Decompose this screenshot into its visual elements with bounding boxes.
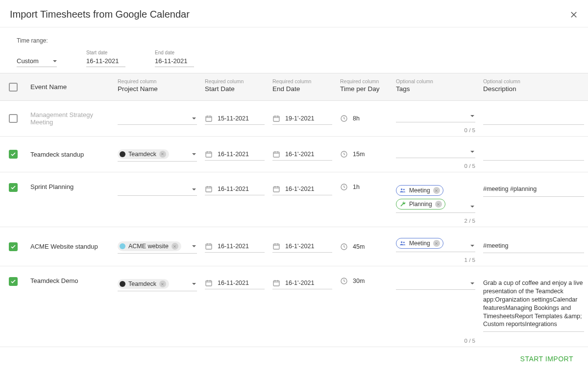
svg-rect-1 bbox=[273, 116, 279, 121]
end-date-field[interactable]: 16-1'-2021 bbox=[272, 148, 332, 161]
tags-select[interactable] bbox=[396, 277, 475, 290]
clock-icon bbox=[340, 150, 348, 158]
chevron-down-icon bbox=[470, 115, 474, 117]
event-name: Management Strategy Meeting bbox=[30, 111, 110, 126]
chevron-down-icon bbox=[470, 282, 474, 284]
svg-rect-16 bbox=[206, 281, 212, 286]
project-chip: Teamdeck bbox=[118, 279, 169, 289]
svg-rect-17 bbox=[273, 281, 279, 286]
select-all-checkbox[interactable] bbox=[9, 83, 18, 92]
row-checkbox[interactable] bbox=[9, 150, 18, 159]
people-icon bbox=[399, 240, 406, 247]
col-desc: Description bbox=[483, 85, 516, 93]
event-name: ACME Website standup bbox=[30, 243, 110, 250]
tags-select[interactable] bbox=[396, 110, 475, 122]
clock-icon bbox=[340, 115, 348, 122]
calendar-icon bbox=[272, 150, 280, 158]
project-select[interactable] bbox=[118, 183, 197, 196]
description-field[interactable]: #meeting bbox=[483, 240, 584, 254]
col-time: Time per Day bbox=[340, 85, 380, 93]
tag-chip: Meeting bbox=[396, 238, 443, 249]
remove-icon[interactable] bbox=[159, 281, 166, 287]
time-per-day-field[interactable]: 15m bbox=[340, 150, 388, 158]
start-date-field[interactable]: 16-11-2021 bbox=[205, 277, 265, 289]
end-date-field[interactable]: 16-1'-2021 bbox=[272, 277, 332, 289]
col-sub: Required column bbox=[118, 78, 197, 84]
tags-select[interactable]: Meeting bbox=[396, 236, 475, 252]
start-date-field[interactable]: 16-11-2021 bbox=[205, 148, 265, 161]
col-sub: Required column bbox=[205, 78, 265, 84]
row-checkbox[interactable] bbox=[9, 277, 18, 286]
project-chip: Teamdeck bbox=[118, 149, 169, 159]
close-icon[interactable] bbox=[569, 10, 578, 19]
chevron-down-icon bbox=[192, 188, 196, 190]
tag-counter: 2 / 5 bbox=[465, 218, 475, 224]
tags-select[interactable]: MeetingPlanning bbox=[396, 183, 475, 213]
col-event-name: Event Name bbox=[30, 83, 67, 91]
project-select[interactable]: ACME website bbox=[118, 239, 197, 254]
table-row: Teamdeck standupTeamdeck16-11-202116-1'-… bbox=[0, 137, 588, 172]
remove-icon[interactable] bbox=[172, 243, 178, 250]
description-field[interactable]: Grab a cup of coffee and enjoy a live pr… bbox=[483, 277, 584, 332]
event-name: Sprint Planning bbox=[30, 183, 110, 190]
col-sub: Required column bbox=[272, 78, 332, 84]
time-per-day-field[interactable]: 45m bbox=[340, 243, 388, 251]
row-checkbox[interactable] bbox=[9, 242, 18, 251]
tags-select[interactable] bbox=[396, 145, 475, 158]
end-date-input[interactable]: 16-11-2021 bbox=[155, 57, 194, 67]
time-range-mode-select[interactable]: Custom bbox=[17, 57, 57, 67]
svg-rect-7 bbox=[273, 187, 279, 192]
project-select[interactable]: Teamdeck bbox=[118, 277, 197, 291]
start-date-field[interactable]: 15-11-2021 bbox=[205, 113, 265, 125]
table-row: Management Strategy Meeting15-11-202119-… bbox=[0, 101, 588, 137]
chevron-down-icon bbox=[192, 117, 196, 119]
calendar-icon bbox=[205, 150, 213, 158]
start-date-label: Start date bbox=[86, 50, 125, 55]
chevron-down-icon bbox=[470, 245, 474, 247]
project-chip: ACME website bbox=[118, 241, 181, 251]
col-sub: Optional column bbox=[396, 78, 475, 84]
svg-rect-3 bbox=[206, 152, 212, 157]
remove-icon[interactable] bbox=[433, 240, 440, 247]
project-select[interactable]: Teamdeck bbox=[118, 147, 197, 162]
svg-point-9 bbox=[401, 188, 403, 190]
svg-rect-12 bbox=[273, 244, 279, 249]
people-icon bbox=[399, 187, 406, 194]
description-field[interactable] bbox=[483, 112, 584, 125]
table-row: ACME Website standupACME website16-11-20… bbox=[0, 227, 588, 266]
remove-icon[interactable] bbox=[433, 187, 440, 194]
chevron-down-icon bbox=[192, 245, 196, 247]
remove-icon[interactable] bbox=[435, 201, 442, 208]
end-date-field[interactable]: 19-1'-2021 bbox=[272, 113, 332, 125]
row-checkbox[interactable] bbox=[9, 114, 18, 123]
time-per-day-field[interactable]: 30m bbox=[340, 277, 388, 285]
col-sub: Required column bbox=[340, 78, 388, 84]
chevron-down-icon bbox=[53, 60, 57, 62]
time-range-mode-value: Custom bbox=[17, 57, 39, 65]
start-date-input[interactable]: 16-11-2021 bbox=[86, 57, 125, 67]
time-per-day-field[interactable]: 1h bbox=[340, 183, 388, 191]
description-field[interactable] bbox=[483, 148, 584, 161]
svg-rect-11 bbox=[206, 244, 212, 249]
svg-rect-6 bbox=[206, 187, 212, 192]
project-select[interactable] bbox=[118, 112, 197, 125]
start-date-field[interactable]: 16-11-2021 bbox=[205, 240, 265, 253]
row-checkbox[interactable] bbox=[9, 183, 18, 192]
end-date-field[interactable]: 16-1'-2021 bbox=[272, 183, 332, 195]
modal-title: Import Timesheets from Google Calendar bbox=[10, 9, 190, 20]
description-field[interactable]: #meeting #planning bbox=[483, 183, 584, 197]
chevron-down-icon bbox=[192, 153, 196, 155]
start-import-button[interactable]: START IMPORT bbox=[520, 355, 573, 363]
svg-point-15 bbox=[403, 242, 405, 243]
calendar-icon bbox=[205, 242, 213, 250]
end-date-field[interactable]: 16-1'-2021 bbox=[272, 240, 332, 253]
col-tags: Tags bbox=[396, 85, 410, 93]
svg-point-10 bbox=[403, 189, 405, 190]
tag-counter: 0 / 5 bbox=[465, 338, 475, 344]
remove-icon[interactable] bbox=[159, 151, 166, 158]
tag-counter: 1 / 5 bbox=[465, 257, 475, 263]
tag-chip: Planning bbox=[396, 199, 445, 210]
start-date-field[interactable]: 16-11-2021 bbox=[205, 183, 265, 195]
time-per-day-field[interactable]: 8h bbox=[340, 115, 388, 122]
calendar-icon bbox=[205, 115, 213, 122]
